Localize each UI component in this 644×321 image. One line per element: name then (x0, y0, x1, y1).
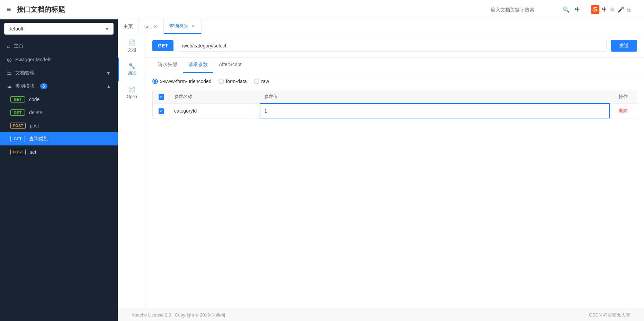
td-name (170, 104, 260, 118)
req-tab-afterscript[interactable]: AfterScript (213, 57, 247, 73)
doc-icon: 📄 (128, 39, 135, 46)
footer-license: Apache License 2.0 | Copyright © 2019-Kn… (132, 312, 225, 318)
endpoint-bar: GET /web/category/select 发送 (145, 34, 644, 57)
param-name-input[interactable] (174, 108, 256, 114)
req-tab-params[interactable]: 请求参数 (183, 57, 213, 73)
td-check (153, 104, 170, 118)
search-input[interactable] (491, 7, 560, 12)
radio-urlencoded-label: x-www-form-urlencoded (160, 79, 212, 84)
category-section-left: ☁ 类别模块 5 (7, 83, 47, 89)
category-badge: 5 (40, 83, 47, 89)
req-tab-headers[interactable]: 请求头部 (152, 57, 183, 73)
sidebar-api-post[interactable]: POST post (0, 119, 118, 132)
category-icon: ☁ (7, 83, 12, 89)
doc-mgmt-icon: ☰ (7, 70, 12, 76)
home-icon: ⌂ (7, 43, 10, 49)
radio-formdata-label: form-data (226, 79, 247, 84)
mic-icon[interactable]: 🎤 (617, 6, 624, 13)
sub-nav: 📄 文档 🔧 调试 📄 Open (118, 34, 145, 309)
td-action: 删除 (609, 104, 637, 118)
th-value: 参数值 (260, 90, 609, 104)
api-label-delete: delete (29, 110, 42, 115)
swagger-icon: ◎ (7, 56, 12, 63)
tab-set-close[interactable]: ✕ (153, 24, 158, 30)
sidebar-api-list: GET code GET delete POST post GET 查询类别 (0, 93, 118, 159)
project-select[interactable]: default (4, 23, 114, 35)
sidebar-item-home[interactable]: ⌂ 主页 (0, 39, 118, 53)
send-button[interactable]: 发送 (611, 40, 637, 52)
th-action-label: 操作 (619, 94, 628, 99)
api-label-query-category: 查询类别 (29, 136, 48, 142)
sidebar-item-doc-management[interactable]: ☰ 文档管理 ▼ (0, 66, 118, 80)
endpoint-url: /web/category/select (178, 40, 607, 52)
td-value (260, 104, 609, 118)
sidebar-api-delete[interactable]: GET delete (0, 106, 118, 119)
brand-logo-s: S (591, 5, 599, 14)
request-tabs: 请求头部 请求参数 AfterScript (145, 57, 644, 73)
req-tab-headers-label: 请求头部 (158, 62, 177, 67)
sub-nav-open-label: Open (127, 94, 137, 99)
sub-nav-debug[interactable]: 🔧 调试 (118, 58, 145, 81)
th-action: 操作 (609, 90, 637, 104)
tab-query-close[interactable]: ✕ (191, 23, 196, 29)
header-checkbox[interactable] (159, 94, 164, 100)
delete-button[interactable]: 删除 (619, 108, 628, 113)
category-chevron-icon: ▲ (107, 84, 111, 89)
radio-raw-circle (254, 79, 259, 84)
params-section: x-www-form-urlencoded form-data raw (145, 73, 644, 124)
radio-formdata-circle (218, 79, 224, 84)
radio-formdata[interactable]: form-data (218, 79, 247, 84)
sidebar-api-set[interactable]: POST set (0, 145, 118, 159)
sidebar-item-swagger[interactable]: ◎ Swagger Models (0, 53, 118, 66)
radio-urlencoded[interactable]: x-www-form-urlencoded (152, 79, 212, 84)
sidebar-home-label: 主页 (14, 43, 24, 49)
tabs-left: 主页 set ✕ 查询类别 ✕ (118, 19, 202, 34)
sidebar-api-code[interactable]: GET code (0, 93, 118, 106)
footer-brand: CSDN @官布无人罪 (589, 312, 630, 318)
method-badge-get-active: GET (10, 136, 25, 142)
sidebar-category-module[interactable]: ☁ 类别模块 5 ▲ (0, 80, 118, 93)
th-check (153, 90, 170, 104)
radio-raw-label: raw (261, 79, 269, 84)
grid-icon[interactable]: ⊞ (627, 6, 632, 13)
menu-icon[interactable]: ≡ (7, 6, 11, 14)
sidebar-select-wrap: default ▼ (4, 23, 114, 35)
app-header: ≡ 接口文档的标题 🔍 中 S 中 ⚙ 🎤 ⊞ (0, 0, 644, 19)
api-content: GET /web/category/select 发送 请求头部 请求参数 (145, 34, 644, 309)
th-name-label: 参数名称 (174, 94, 192, 99)
open-icon: 📄 (128, 86, 135, 93)
sub-nav-open[interactable]: 📄 Open (118, 81, 145, 104)
doc-mgmt-arrow: ▼ (106, 70, 111, 76)
tab-set-label: set (144, 24, 151, 29)
req-tab-afterscript-label: AfterScript (219, 62, 241, 67)
method-badge-get: GET (10, 96, 25, 102)
search-icon[interactable]: 🔍 (563, 6, 570, 13)
settings-icon[interactable]: ⚙ (610, 6, 615, 13)
encoding-options: x-www-form-urlencoded form-data raw (152, 79, 637, 84)
header-search: 🔍 中 (491, 6, 580, 13)
table-header-row: 参数名称 参数值 操作 (153, 90, 637, 104)
table-row: 删除 (153, 104, 637, 118)
method-badge-post-set: POST (10, 149, 26, 155)
param-value-input[interactable] (265, 107, 605, 115)
radio-raw[interactable]: raw (254, 79, 269, 84)
tab-home-label: 主页 (123, 24, 133, 30)
tabs-bar: 主页 set ✕ 查询类别 ✕ (118, 19, 644, 34)
row-checkbox[interactable] (159, 108, 164, 114)
req-tab-params-label: 请求参数 (188, 62, 208, 67)
category-label: 类别模块 (15, 83, 35, 89)
lang-btn[interactable]: 中 (575, 7, 580, 13)
sidebar-swagger-label: Swagger Models (15, 57, 51, 62)
tab-query-category-label: 查询类别 (169, 23, 189, 29)
app-footer: Apache License 2.0 | Copyright © 2019-Kn… (118, 309, 644, 321)
sub-nav-doc[interactable]: 📄 文档 (118, 34, 145, 58)
sidebar: default ▼ ⌂ 主页 ◎ Swagger Models ☰ 文档管理 ▼ (0, 19, 118, 321)
tab-query-category[interactable]: 查询类别 ✕ (164, 19, 202, 34)
content-area: 主页 set ✕ 查询类别 ✕ 📄 (118, 19, 644, 321)
sidebar-api-query-category[interactable]: GET 查询类别 (0, 132, 118, 145)
method-badge-post: POST (10, 123, 26, 129)
tab-set[interactable]: set ✕ (139, 19, 164, 34)
debug-icon: 🔧 (128, 63, 135, 69)
api-label-set: set (30, 149, 36, 155)
tab-home[interactable]: 主页 (118, 19, 139, 34)
